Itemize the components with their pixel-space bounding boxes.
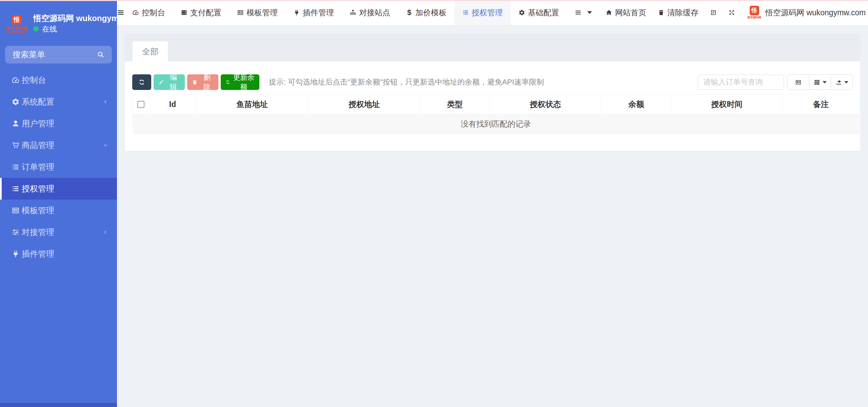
gear-icon — [518, 9, 525, 16]
sitemap-icon — [350, 9, 356, 16]
delete-button[interactable]: 删除 — [187, 74, 218, 90]
language-icon — [710, 9, 717, 16]
column-header-余额: 余额 — [601, 95, 671, 114]
top-navbar: 控制台支付配置模板管理插件管理对接站点$加价模板授权管理基础配置 网站首页清除缓… — [117, 0, 868, 25]
sidebar-item-3[interactable]: 用户管理 — [0, 113, 117, 134]
chevron-down-icon — [103, 143, 108, 148]
top-progress-line — [0, 0, 868, 1]
sidebar-item-8[interactable]: 对接管理 — [0, 221, 117, 243]
nav-item-加价模板[interactable]: $加价模板 — [398, 0, 454, 25]
site-home[interactable]: 网站首页 — [600, 0, 652, 25]
column-header-类型: 类型 — [420, 95, 490, 114]
online-status: 在线 — [33, 25, 57, 33]
caret-down-icon — [587, 11, 592, 14]
sidebar-search — [5, 46, 112, 63]
sidebar-item-label: 授权管理 — [22, 178, 54, 200]
sidebar-item-7[interactable]: 模板管理 — [0, 200, 117, 221]
sidebar-item-label: 订单管理 — [22, 156, 54, 178]
panel-heading: 全部 — [125, 34, 860, 61]
language[interactable] — [704, 0, 723, 25]
list-icon — [12, 163, 20, 171]
navbar-actions: 网站首页清除缓存悟悟空源码网悟空源码网 wukongymw.com — [600, 0, 868, 25]
nav-item-label: 控制台 — [142, 7, 165, 18]
sidebar-item-1[interactable]: 控制台 — [0, 69, 117, 91]
avatar: 悟悟空源码网 — [747, 6, 762, 20]
sidebar-item-9[interactable]: 插件管理 — [0, 243, 117, 265]
sidebar-item-4[interactable]: 商品管理 — [0, 134, 117, 156]
columns-dropdown-button[interactable] — [809, 75, 831, 90]
empty-message: 没有找到匹配的记录 — [133, 114, 860, 134]
brand-title: 悟空源码网 wukongymw.com — [33, 13, 117, 24]
template-icon — [12, 206, 20, 215]
server-icon — [181, 9, 188, 16]
export-icon — [835, 79, 842, 86]
column-header-备注: 备注 — [783, 95, 860, 114]
admin-profile[interactable]: 悟悟空源码网悟空源码网 wukongymw.com — [741, 0, 868, 25]
order-search-input[interactable] — [698, 75, 784, 90]
caret-down-icon — [823, 81, 827, 84]
brand[interactable]: 悟 悟空源码网 悟空源码网 wukongymw.com 在线 — [0, 0, 117, 41]
nav-more-dropdown[interactable] — [567, 0, 600, 25]
refresh-icon — [225, 79, 230, 85]
chevron-left-icon — [103, 229, 108, 235]
nav-item-支付配置[interactable]: 支付配置 — [173, 0, 229, 25]
nav-item-label: 支付配置 — [190, 7, 221, 18]
pencil-icon — [158, 79, 164, 85]
list-icon — [462, 9, 469, 16]
bars-icon — [575, 9, 581, 16]
home-icon — [606, 9, 612, 16]
list-icon — [12, 185, 20, 193]
sidebar-item-6[interactable]: 授权管理 — [0, 178, 117, 200]
toolbar-right — [698, 74, 853, 90]
sidebar-item-5[interactable]: 订单管理 — [0, 156, 117, 178]
sidebar-item-label: 对接管理 — [22, 221, 54, 243]
select-all-checkbox[interactable] — [137, 101, 144, 108]
nav-item-基础配置[interactable]: 基础配置 — [511, 0, 567, 25]
column-header-鱼苗地址: 鱼苗地址 — [196, 95, 308, 114]
nav-item-label: 加价模板 — [415, 7, 447, 18]
table-header-row: Id鱼苗地址授权地址类型授权状态余额授权时间备注 — [133, 95, 860, 114]
brand-logo: 悟 — [12, 15, 21, 24]
edit-button[interactable]: 编辑 — [154, 74, 185, 90]
export-dropdown-button[interactable] — [831, 75, 852, 90]
online-dot — [33, 26, 39, 32]
refresh-icon — [138, 79, 145, 86]
update-balance-button[interactable]: 更新余额 — [221, 74, 259, 90]
nav-item-控制台[interactable]: 控制台 — [124, 0, 173, 25]
nav-item-对接站点[interactable]: 对接站点 — [342, 0, 398, 25]
fullscreen[interactable] — [723, 0, 741, 25]
list-alt-icon — [795, 79, 802, 86]
sidebar-item-2[interactable]: 系统配置 — [0, 91, 117, 113]
nav-item-模板管理[interactable]: 模板管理 — [229, 0, 285, 25]
navbar-tabs: 控制台支付配置模板管理插件管理对接站点$加价模板授权管理基础配置 — [124, 0, 600, 25]
nav-item-label: 清除缓存 — [667, 7, 698, 18]
tab-all[interactable]: 全部 — [133, 41, 168, 61]
sidebar-collapse-bar[interactable] — [0, 403, 117, 407]
nav-item-label: 授权管理 — [472, 7, 503, 18]
toolbar-tip: 提示: 可勾选地址后点击"更新余额"按钮，只更新选中地址的余额，避免API速率限… — [269, 77, 544, 87]
gear-icon — [12, 98, 20, 106]
sliders-icon — [12, 228, 20, 236]
caret-down-icon — [844, 81, 848, 84]
nav-item-插件管理[interactable]: 插件管理 — [285, 0, 342, 25]
dashboard-icon — [12, 76, 20, 84]
table-view-button-group — [787, 74, 853, 90]
sidebar-search-input[interactable] — [12, 46, 97, 63]
nav-item-label: 基础配置 — [528, 7, 559, 18]
plug-icon — [12, 250, 20, 258]
auth-table: Id鱼苗地址授权地址类型授权状态余额授权时间备注 没有找到匹配的记录 — [132, 94, 860, 134]
common-search-toggle-button[interactable] — [787, 75, 809, 90]
clear-cache[interactable]: 清除缓存 — [652, 0, 704, 25]
nav-item-授权管理[interactable]: 授权管理 — [454, 0, 511, 25]
search-icon[interactable] — [97, 51, 104, 58]
column-header-授权时间: 授权时间 — [671, 95, 783, 114]
nav-item-label: 模板管理 — [246, 7, 278, 18]
sidebar-item-label: 用户管理 — [22, 113, 54, 134]
refresh-button[interactable] — [132, 74, 151, 90]
sidebar-item-label: 控制台 — [22, 69, 46, 91]
sidebar-toggle-button[interactable] — [117, 0, 124, 25]
trash-icon — [192, 79, 198, 85]
cart-icon — [12, 141, 20, 149]
chevron-left-icon — [103, 99, 108, 105]
sidebar-item-label: 商品管理 — [22, 134, 54, 156]
